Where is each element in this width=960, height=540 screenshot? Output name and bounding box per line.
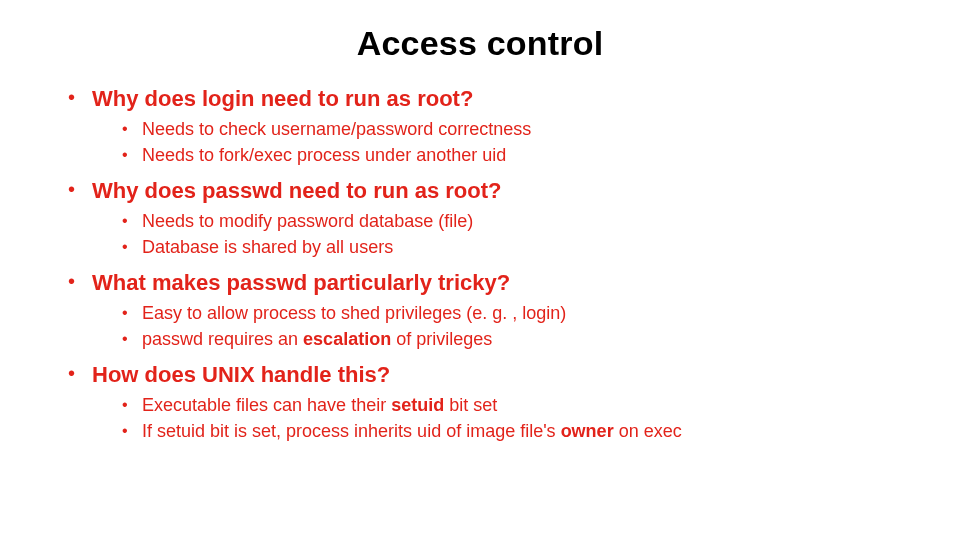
section: Why does login need to run as root? Need… bbox=[68, 85, 910, 167]
sub-item: If setuid bit is set, process inherits u… bbox=[122, 419, 910, 443]
sub-list: Needs to check username/password correct… bbox=[92, 117, 910, 167]
sub-text-post: bit set bbox=[444, 395, 497, 415]
sub-text-pre: If setuid bit is set, process inherits u… bbox=[142, 421, 561, 441]
sub-item: Easy to allow process to shed privileges… bbox=[122, 301, 910, 325]
section: What makes passwd particularly tricky? E… bbox=[68, 269, 910, 351]
sub-text-bold: escalation bbox=[303, 329, 391, 349]
section-question: How does UNIX handle this? bbox=[92, 361, 910, 389]
bullet-list: Why does login need to run as root? Need… bbox=[50, 85, 910, 443]
sub-text-pre: Needs to fork/exec process under another… bbox=[142, 145, 506, 165]
slide-title: Access control bbox=[50, 24, 910, 63]
sub-item: Database is shared by all users bbox=[122, 235, 910, 259]
sub-text-pre: Easy to allow process to shed privileges… bbox=[142, 303, 566, 323]
section-question: Why does passwd need to run as root? bbox=[92, 177, 910, 205]
sub-text-pre: Database is shared by all users bbox=[142, 237, 393, 257]
sub-text-pre: Needs to check username/password correct… bbox=[142, 119, 531, 139]
sub-text-post: on exec bbox=[614, 421, 682, 441]
sub-item: Executable files can have their setuid b… bbox=[122, 393, 910, 417]
sub-text-post: of privileges bbox=[391, 329, 492, 349]
sub-text-pre: Needs to modify password database (file) bbox=[142, 211, 473, 231]
section-question: What makes passwd particularly tricky? bbox=[92, 269, 910, 297]
sub-item: passwd requires an escalation of privile… bbox=[122, 327, 910, 351]
sub-item: Needs to fork/exec process under another… bbox=[122, 143, 910, 167]
sub-text-bold: setuid bbox=[391, 395, 444, 415]
sub-item: Needs to check username/password correct… bbox=[122, 117, 910, 141]
section: How does UNIX handle this? Executable fi… bbox=[68, 361, 910, 443]
sub-text-pre: passwd requires an bbox=[142, 329, 303, 349]
sub-list: Executable files can have their setuid b… bbox=[92, 393, 910, 443]
sub-list: Needs to modify password database (file)… bbox=[92, 209, 910, 259]
section: Why does passwd need to run as root? Nee… bbox=[68, 177, 910, 259]
sub-text-bold: owner bbox=[561, 421, 614, 441]
sub-item: Needs to modify password database (file) bbox=[122, 209, 910, 233]
sub-list: Easy to allow process to shed privileges… bbox=[92, 301, 910, 351]
sub-text-pre: Executable files can have their bbox=[142, 395, 391, 415]
slide: Access control Why does login need to ru… bbox=[0, 0, 960, 540]
section-question: Why does login need to run as root? bbox=[92, 85, 910, 113]
